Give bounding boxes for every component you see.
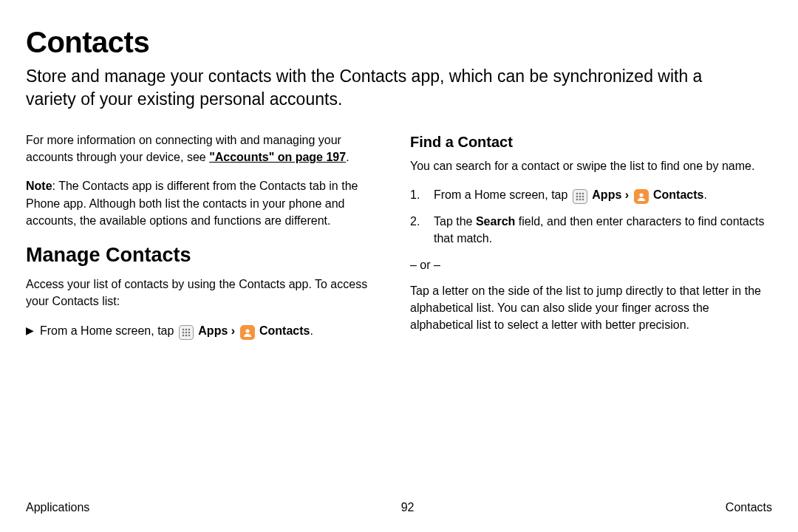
step1-prefix: From a Home screen, tap: [434, 188, 571, 201]
content-columns: For more information on connecting with …: [26, 132, 772, 345]
svg-point-4: [185, 331, 188, 333]
find-contact-text: You can search for a contact or swipe th…: [410, 157, 772, 174]
info-paragraph: For more information on connecting with …: [26, 132, 388, 166]
alt-paragraph: Tap a letter on the side of the list to …: [410, 282, 772, 334]
svg-point-11: [579, 193, 582, 195]
contacts-icon: [240, 325, 255, 340]
contacts-label: Contacts: [259, 324, 310, 337]
svg-point-2: [188, 328, 191, 330]
contacts-label: Contacts: [653, 188, 703, 201]
page-footer: Applications 92 Contacts: [26, 501, 772, 514]
step-number-2: 2.: [410, 213, 423, 247]
svg-point-1: [185, 328, 188, 330]
svg-point-12: [582, 193, 584, 195]
apps-label: Apps: [198, 324, 228, 337]
svg-point-5: [188, 331, 191, 333]
footer-right: Contacts: [726, 501, 772, 514]
svg-point-19: [639, 194, 643, 197]
manage-contacts-heading: Manage Contacts: [26, 241, 388, 270]
or-separator: – or –: [410, 256, 772, 273]
svg-point-0: [183, 328, 185, 330]
svg-point-8: [188, 334, 191, 336]
period: .: [703, 188, 706, 201]
separator: ›: [228, 324, 238, 337]
step-prefix: From a Home screen, tap: [40, 324, 177, 337]
info-text-post: .: [346, 151, 349, 163]
find-steps-list: 1. From a Home screen, tap Apps › Contac…: [410, 186, 772, 247]
apps-icon: [179, 325, 194, 340]
step-number-1: 1.: [410, 186, 423, 204]
page-intro: Store and manage your contacts with the …: [26, 65, 750, 111]
page-title: Contacts: [26, 26, 772, 59]
contacts-icon: [634, 189, 649, 204]
right-column: Find a Contact You can search for a cont…: [410, 132, 772, 345]
list-item: 1. From a Home screen, tap Apps › Contac…: [410, 186, 772, 204]
svg-point-3: [183, 331, 185, 333]
note-text: : The Contacts app is different from the…: [26, 180, 358, 226]
svg-point-17: [579, 199, 582, 201]
apps-label: Apps: [592, 188, 621, 201]
home-screen-step: ▶ From a Home screen, tap Apps › Contact…: [26, 322, 388, 340]
search-bold: Search: [476, 215, 515, 228]
find-contact-heading: Find a Contact: [410, 132, 772, 153]
footer-page-number: 92: [401, 501, 415, 514]
apps-icon: [573, 189, 587, 204]
step2-pre: Tap the: [434, 215, 476, 228]
svg-point-16: [576, 199, 579, 201]
note-paragraph: Note: The Contacts app is different from…: [26, 177, 388, 229]
svg-point-13: [576, 196, 579, 198]
svg-point-15: [582, 196, 584, 198]
svg-point-18: [582, 199, 584, 201]
left-column: For more information on connecting with …: [26, 132, 388, 345]
svg-point-7: [185, 334, 188, 336]
list-item: 2. Tap the Search field, and then enter …: [410, 213, 772, 247]
footer-left: Applications: [26, 501, 89, 514]
period: .: [310, 324, 313, 337]
svg-point-10: [576, 193, 579, 195]
svg-point-6: [183, 334, 185, 336]
accounts-link[interactable]: "Accounts" on page 197: [209, 151, 346, 163]
note-label: Note: [26, 180, 52, 192]
triangle-bullet-icon: ▶: [26, 323, 34, 338]
separator: ›: [621, 188, 632, 201]
svg-point-14: [579, 196, 582, 198]
svg-point-9: [245, 329, 249, 332]
manage-contacts-text: Access your list of contacts by using th…: [26, 276, 388, 310]
